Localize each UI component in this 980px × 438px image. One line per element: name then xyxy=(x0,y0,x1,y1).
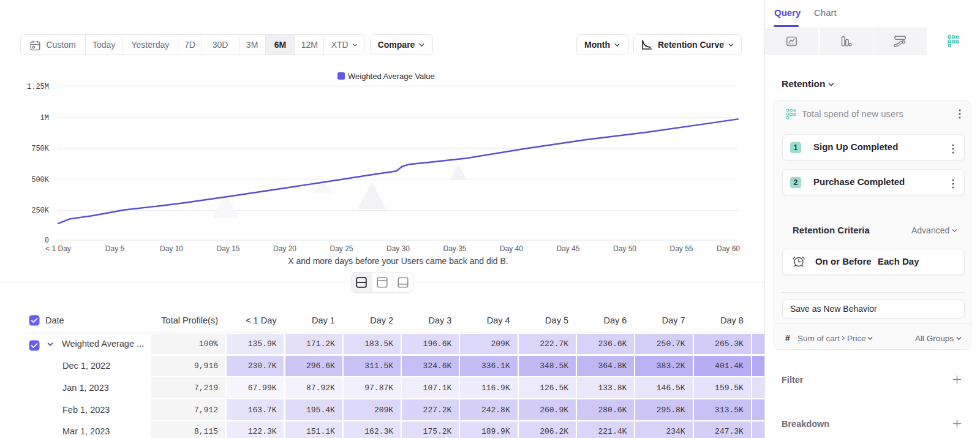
svg-text:Day 35: Day 35 xyxy=(443,244,466,253)
svg-text:Day 15: Day 15 xyxy=(216,244,239,253)
svg-text:< 1 Day: < 1 Day xyxy=(45,244,71,253)
svg-text:Day 25: Day 25 xyxy=(330,244,353,253)
svg-text:Day 45: Day 45 xyxy=(556,244,579,253)
svg-text:1.25M: 1.25M xyxy=(27,83,49,91)
svg-text:250K: 250K xyxy=(31,206,50,215)
svg-text:1M: 1M xyxy=(40,114,49,123)
svg-text:Day 10: Day 10 xyxy=(160,244,183,253)
svg-text:Day 5: Day 5 xyxy=(105,244,125,253)
svg-text:Day 20: Day 20 xyxy=(273,244,296,253)
svg-text:Day 40: Day 40 xyxy=(500,244,523,253)
svg-text:Day 30: Day 30 xyxy=(386,244,410,253)
svg-text:Day 55: Day 55 xyxy=(669,244,693,253)
svg-text:750K: 750K xyxy=(31,145,50,153)
svg-text:500K: 500K xyxy=(31,176,50,184)
svg-text:Day 60: Day 60 xyxy=(717,244,740,253)
svg-text:Day 50: Day 50 xyxy=(613,244,636,253)
svg-text:0: 0 xyxy=(45,236,49,245)
